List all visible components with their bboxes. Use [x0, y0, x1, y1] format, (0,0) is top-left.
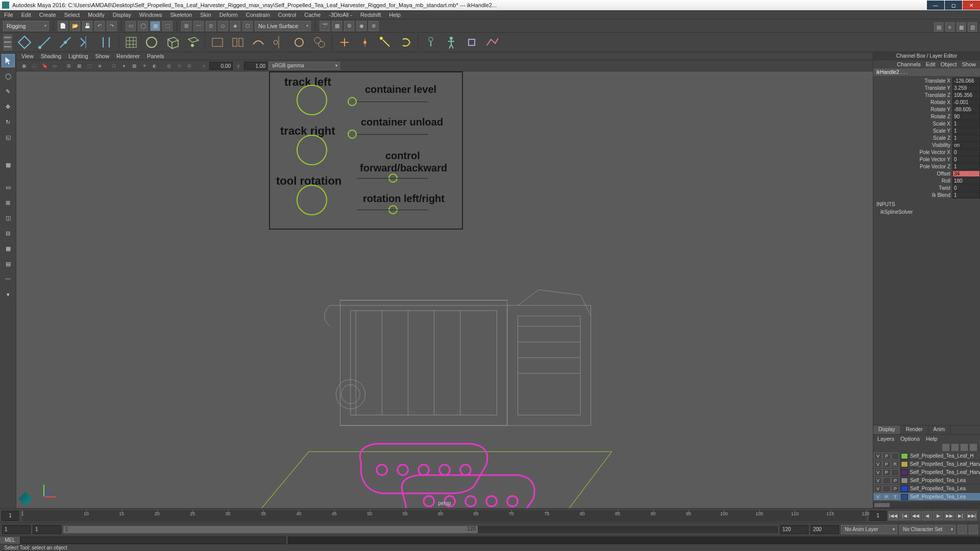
attr-value-field[interactable]: 1	[952, 128, 980, 134]
attr-value-field[interactable]: 1	[952, 192, 980, 198]
attr-value-field[interactable]: 0	[952, 156, 980, 163]
menu-control[interactable]: Control	[278, 12, 296, 18]
playback-prefs-icon[interactable]	[969, 525, 978, 534]
attr-value-field[interactable]: 180	[952, 178, 980, 184]
autokey-toggle-icon[interactable]	[958, 525, 967, 534]
snap-live-icon[interactable]: ◈	[230, 21, 240, 31]
resolution-gate-icon[interactable]: ⬚	[85, 61, 94, 70]
layer-color-swatch[interactable]	[901, 453, 908, 459]
attr-value-field[interactable]: 34	[952, 170, 980, 177]
playback-btn-3[interactable]: ◀	[922, 511, 932, 520]
layer-menu-options[interactable]: Options	[900, 436, 920, 442]
range-track[interactable]: 1120	[63, 526, 778, 533]
maximize-button[interactable]: ◻	[945, 1, 962, 10]
playback-btn-7[interactable]: ▶▶|	[967, 511, 977, 520]
smooth-shade-icon[interactable]: ●	[119, 61, 129, 70]
layer-row[interactable]: VPRSelf_Propelled_Tea_Leaf_Harv	[873, 460, 980, 468]
menu-cache[interactable]: Cache	[304, 12, 321, 18]
point-constraint-icon[interactable]	[357, 34, 373, 51]
panel-menu-panels[interactable]: Panels	[147, 53, 164, 59]
layer-p-toggle[interactable]	[883, 485, 891, 492]
gamma-icon[interactable]: γ	[234, 61, 243, 70]
use-lights-icon[interactable]: ☀	[140, 61, 149, 70]
layer-tab-render[interactable]: Render	[901, 425, 928, 434]
attr-value-field[interactable]: 0	[952, 149, 980, 156]
isolate-select-icon[interactable]: ◎	[164, 61, 174, 70]
layer-menu-help[interactable]: Help	[926, 436, 938, 442]
mirror-weights-icon[interactable]	[271, 34, 287, 51]
humanik-icon[interactable]	[443, 34, 459, 51]
cluster-icon[interactable]	[143, 34, 160, 51]
set-driven-key-icon[interactable]	[484, 34, 500, 51]
menu-file[interactable]: File	[4, 12, 13, 18]
sidebar-toggle-1-icon[interactable]: ▤	[934, 22, 943, 32]
two-pane-side-layout[interactable]: ◫	[2, 211, 15, 224]
menu-deform[interactable]: Deform	[219, 12, 238, 18]
detach-skin-icon[interactable]	[230, 34, 246, 51]
close-button[interactable]: ✕	[963, 1, 980, 10]
save-scene-icon[interactable]: 💾	[82, 21, 92, 31]
orient-constraint-icon[interactable]	[398, 34, 414, 51]
range-start-field[interactable]: 1	[33, 525, 61, 534]
layer-p-toggle[interactable]: P	[883, 461, 891, 468]
attr-value-field[interactable]: 1	[952, 120, 980, 127]
menu-help[interactable]: Help	[389, 12, 401, 18]
new-layer-icon[interactable]	[961, 444, 968, 451]
snap-point-icon[interactable]: ⊙	[206, 21, 216, 31]
four-pane-layout[interactable]: ⊞	[2, 196, 15, 209]
layer-r-toggle[interactable]: R	[891, 461, 899, 468]
layer-row[interactable]: VPTSelf_Propelled_Tea_Lea	[873, 493, 980, 501]
layer-color-swatch[interactable]	[901, 461, 908, 467]
layer-p-toggle[interactable]: P	[883, 469, 891, 476]
ipr-render-icon[interactable]: ▦	[332, 21, 342, 31]
exposure-icon[interactable]: ☼	[199, 61, 208, 70]
layer-r-toggle[interactable]	[891, 453, 899, 460]
mode-dropdown[interactable]: Rigging	[3, 21, 49, 31]
playback-btn-6[interactable]: ▶|	[955, 511, 966, 520]
layer-row[interactable]: VPSelf_Propelled_Tea_Leaf_H	[873, 452, 980, 460]
live-surface-dropdown[interactable]: No Live Surface	[255, 21, 311, 31]
time-track[interactable]: 1101520253035404550556065707580859095100…	[22, 510, 866, 521]
menu-display[interactable]: Display	[113, 12, 131, 18]
panel-menu-view[interactable]: View	[21, 53, 34, 59]
lasso-select-icon[interactable]: ◯	[138, 21, 148, 31]
aim-constraint-icon[interactable]	[377, 34, 394, 51]
menu-create[interactable]: Create	[39, 12, 56, 18]
layer-tab-display[interactable]: Display	[873, 425, 901, 434]
bind-skin-icon[interactable]	[209, 34, 226, 51]
image-plane-icon[interactable]: ▭	[50, 61, 59, 70]
insert-joint-icon[interactable]	[57, 34, 74, 51]
snap-together-icon[interactable]	[16, 34, 33, 51]
attr-value-field[interactable]: -126.066	[952, 78, 980, 84]
layer-r-toggle[interactable]	[891, 469, 899, 476]
textured-icon[interactable]: ▦	[130, 61, 139, 70]
playback-btn-2[interactable]: ◀◀	[911, 511, 921, 520]
menu-windows[interactable]: Windows	[139, 12, 162, 18]
panel-menu-show[interactable]: Show	[95, 53, 110, 59]
sidebar-toggle-2-icon[interactable]: ≡	[945, 22, 954, 32]
new-scene-icon[interactable]: 📄	[58, 21, 68, 31]
menu-skeleton[interactable]: Skeleton	[170, 12, 192, 18]
menu-modify[interactable]: Modify	[88, 12, 104, 18]
playback-btn-4[interactable]: ▶	[933, 511, 943, 520]
sidebar-toggle-4-icon[interactable]: ▥	[968, 22, 977, 32]
input-node[interactable]: ikSplineSolver	[873, 209, 980, 215]
copy-weights-icon[interactable]	[311, 34, 328, 51]
render-icon[interactable]: 🎬	[320, 21, 330, 31]
minimize-button[interactable]: —	[927, 1, 944, 10]
range-handle[interactable]: 1120	[63, 526, 478, 533]
paint-select-icon[interactable]: ▦	[150, 21, 160, 31]
camera-attr-icon[interactable]: 🎥	[30, 61, 39, 70]
layer-r-toggle[interactable]: P	[891, 477, 899, 484]
command-input[interactable]	[20, 537, 286, 544]
exposure-value[interactable]: 0.00	[209, 62, 233, 70]
range-end-field[interactable]: 120	[780, 525, 808, 534]
layer-move-down-icon[interactable]	[951, 444, 959, 451]
menu-select[interactable]: Select	[64, 12, 80, 18]
layer-menu-layers[interactable]: Layers	[877, 436, 894, 442]
snap-curve-icon[interactable]: 〰	[193, 21, 204, 31]
layer-tab-anim[interactable]: Anim	[928, 425, 951, 434]
panel-menu-renderer[interactable]: Renderer	[116, 53, 140, 59]
bookmark-icon[interactable]: 🔖	[40, 61, 49, 70]
last-tool[interactable]: ▦	[2, 158, 15, 171]
